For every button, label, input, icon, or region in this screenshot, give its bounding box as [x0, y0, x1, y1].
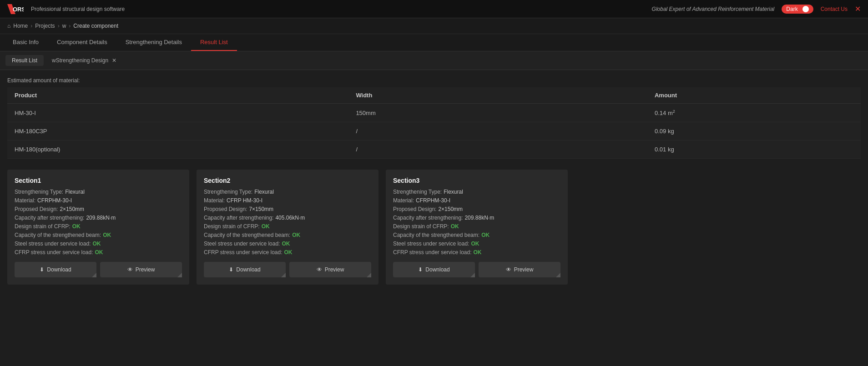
cfrp-row-1: CFRP stress under service load: OK	[15, 249, 182, 256]
tab-strengthening-details[interactable]: Strengthening Details	[116, 34, 191, 51]
strengthening-type-row-2: Strengthening Type: Flexural	[204, 189, 371, 195]
col-header-product: Product	[7, 87, 348, 104]
download-label-2: Download	[236, 266, 260, 273]
material-product-0: HM-30-I	[7, 104, 348, 122]
preview-label-3: Preview	[514, 266, 534, 273]
download-button-2[interactable]: ⬇ Download	[204, 262, 286, 277]
section-card-3: Section3 Strengthening Type: Flexural Ma…	[386, 170, 568, 285]
material-amount-2: 0.01 kg	[647, 140, 861, 159]
tab-component-details[interactable]: Component Details	[48, 34, 116, 51]
preview-icon-1: 👁	[127, 266, 133, 273]
breadcrumb-item-projects[interactable]: Projects	[35, 23, 55, 29]
material-width-1: /	[348, 122, 647, 140]
breadcrumb-item-create: Create component	[73, 23, 118, 29]
design-row-3: Proposed Design: 2×150mm	[393, 206, 560, 212]
tab-result-list[interactable]: Result List	[191, 34, 237, 51]
section-card-1: Section1 Strengthening Type: Flexural Ma…	[7, 170, 189, 285]
breadcrumb-item-home[interactable]: Home	[13, 23, 28, 29]
contact-button[interactable]: Contact Us	[821, 6, 848, 12]
download-label-1: Download	[47, 266, 71, 273]
download-icon-2: ⬇	[229, 266, 233, 273]
btn-corner-pv-1	[177, 273, 182, 277]
material-width-0: 150mm	[348, 104, 647, 122]
material-amount-0: 0.14 m2	[647, 104, 861, 122]
material-row-1: Material: CFRPHM-30-I	[15, 197, 182, 204]
material-table-row: HM-180(optional)/0.01 kg	[7, 140, 861, 159]
design-row-1: Proposed Design: 2×150mm	[15, 206, 182, 212]
strain-row-3: Design strain of CFRP: OK	[393, 223, 560, 230]
card-buttons-3: ⬇ Download 👁 Preview	[393, 262, 560, 277]
material-width-2: /	[348, 140, 647, 159]
material-amount-1: 0.09 kg	[647, 122, 861, 140]
strengthening-type-row-3: Strengthening Type: Flexural	[393, 189, 560, 195]
dark-label: Dark	[786, 6, 797, 12]
section-title-3: Section3	[393, 177, 560, 184]
breadcrumb-sep-3: ›	[69, 23, 71, 29]
dark-mode-toggle[interactable]: Dark	[782, 5, 813, 14]
sub-tab-wstrengthening[interactable]: wStrengthening Design ✕	[45, 55, 123, 66]
tab-basic-info[interactable]: Basic Info	[4, 34, 48, 51]
app-header: ORSE Professional structural design soft…	[0, 0, 868, 18]
preview-label-2: Preview	[325, 266, 344, 273]
svg-text:ORSE: ORSE	[13, 6, 24, 13]
download-button-3[interactable]: ⬇ Download	[393, 262, 475, 277]
section-card-2: Section2 Strengthening Type: Flexural Ma…	[197, 170, 378, 285]
preview-icon-3: 👁	[506, 266, 511, 273]
logo-icon: ORSE	[7, 4, 24, 14]
section-title-2: Section2	[204, 177, 371, 184]
preview-button-1[interactable]: 👁 Preview	[100, 262, 182, 277]
cap-beam-row-3: Capacity of the strengthened beam: OK	[393, 232, 560, 238]
btn-corner-dl-1	[92, 273, 96, 277]
preview-label-1: Preview	[136, 266, 155, 273]
material-row-3: Material: CFRPHM-30-I	[393, 197, 560, 204]
header-right: Global Expert of Advanced Reinforcement …	[652, 5, 861, 14]
preview-icon-2: 👁	[317, 266, 322, 273]
preview-button-3[interactable]: 👁 Preview	[479, 262, 560, 277]
btn-corner-pv-2	[367, 273, 371, 277]
material-product-2: HM-180(optional)	[7, 140, 348, 159]
download-icon-3: ⬇	[418, 266, 423, 273]
card-buttons-2: ⬇ Download 👁 Preview	[204, 262, 371, 277]
material-row-2: Material: CFRP HM-30-I	[204, 197, 371, 204]
col-header-width: Width	[348, 87, 647, 104]
strain-row-1: Design strain of CFRP: OK	[15, 223, 182, 230]
download-icon-1: ⬇	[40, 266, 44, 273]
cap-beam-row-1: Capacity of the strengthened beam: OK	[15, 232, 182, 238]
sub-tab-result-list[interactable]: Result List	[5, 55, 44, 66]
steel-row-2: Steel stress under service load: OK	[204, 241, 371, 247]
sub-tabs: Result List wStrengthening Design ✕	[0, 51, 868, 70]
home-icon[interactable]: ⌂	[7, 23, 10, 29]
capacity-row-2: Capacity after strengthening: 405.06kN·m	[204, 215, 371, 221]
breadcrumb-sep-1: ›	[30, 23, 32, 29]
download-button-1[interactable]: ⬇ Download	[15, 262, 96, 277]
sub-tab-wstrengthening-label: wStrengthening Design	[52, 57, 108, 64]
preview-button-2[interactable]: 👁 Preview	[289, 262, 371, 277]
material-table-row: HM-30-I150mm0.14 m2	[7, 104, 861, 122]
sections-row: Section1 Strengthening Type: Flexural Ma…	[7, 170, 861, 285]
card-buttons-1: ⬇ Download 👁 Preview	[15, 262, 182, 277]
material-table: Product Width Amount HM-30-I150mm0.14 m2…	[7, 87, 861, 159]
breadcrumb-sep-2: ›	[58, 23, 60, 29]
breadcrumb: ⌂ Home › Projects › w › Create component	[0, 18, 868, 34]
header-tagline: Global Expert of Advanced Reinforcement …	[652, 6, 775, 12]
btn-corner-dl-3	[470, 273, 475, 277]
capacity-row-3: Capacity after strengthening: 209.88kN·m	[393, 215, 560, 221]
strain-row-2: Design strain of CFRP: OK	[204, 223, 371, 230]
download-label-3: Download	[425, 266, 449, 273]
material-product-1: HM-180C3P	[7, 122, 348, 140]
main-content: Estimated amount of material: Product Wi…	[0, 70, 868, 292]
sub-tab-close-icon[interactable]: ✕	[112, 57, 116, 64]
steel-row-1: Steel stress under service load: OK	[15, 241, 182, 247]
strengthening-type-row-1: Strengthening Type: Flexural	[15, 189, 182, 195]
col-header-amount: Amount	[647, 87, 861, 104]
btn-corner-dl-2	[281, 273, 286, 277]
btn-corner-pv-3	[556, 273, 560, 277]
breadcrumb-item-w[interactable]: w	[62, 23, 66, 29]
steel-row-3: Steel stress under service load: OK	[393, 241, 560, 247]
cfrp-row-2: CFRP stress under service load: OK	[204, 249, 371, 256]
design-row-2: Proposed Design: 7×150mm	[204, 206, 371, 212]
logo: ORSE Professional structural design soft…	[7, 4, 125, 14]
material-table-row: HM-180C3P/0.09 kg	[7, 122, 861, 140]
close-icon[interactable]: ✕	[855, 5, 861, 13]
toggle-ball	[802, 6, 809, 12]
